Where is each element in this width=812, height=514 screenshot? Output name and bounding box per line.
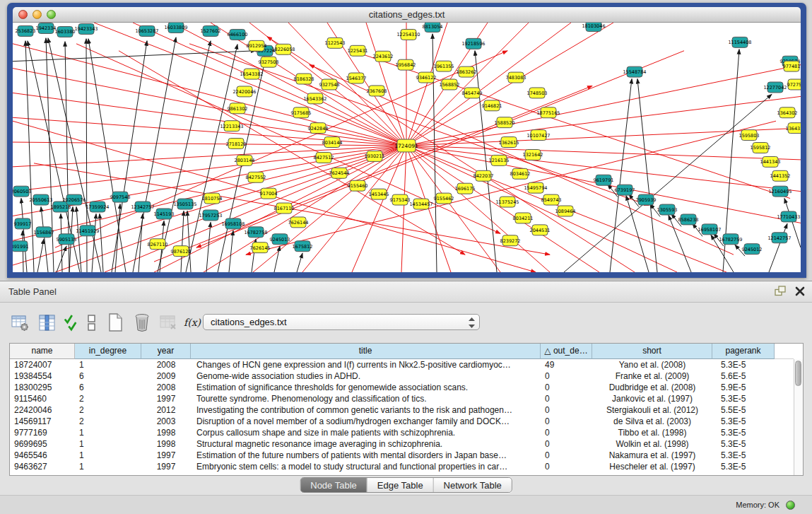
graph-node[interactable]: 1305593	[657, 204, 678, 215]
graph-node[interactable]: 1156867	[34, 227, 54, 238]
graph-node[interactable]: 8186328	[294, 74, 314, 84]
table-row[interactable]: 969969511998Structural magnetic resonanc…	[10, 438, 794, 450]
graph-node[interactable]: 1675812	[293, 241, 313, 252]
graph-node[interactable]: 2803144	[235, 155, 255, 165]
graph-node[interactable]: 9097548	[110, 192, 131, 202]
cell-pagerank[interactable]: 5.9E-5	[712, 382, 775, 393]
graph-node[interactable]: 2044531	[530, 225, 551, 235]
graph-node[interactable]: 1961355	[434, 61, 454, 71]
cell-out_de[interactable]: 0	[541, 450, 592, 461]
graph-node[interactable]: 12160495	[768, 186, 792, 197]
graph-node[interactable]: 2243612	[373, 51, 394, 62]
cell-title[interactable]: Investigating the contribution of common…	[191, 404, 541, 416]
graph-node[interactable]: 8267110	[148, 239, 168, 250]
graph-node[interactable]: 2536823	[16, 25, 36, 36]
cell-year[interactable]: 2003	[141, 416, 191, 427]
graph-node[interactable]: 972752	[787, 79, 801, 90]
graph-node[interactable]: 17710433	[777, 211, 800, 222]
graph-node[interactable]: 19423343	[74, 23, 98, 34]
graph-node[interactable]: 16958108	[221, 218, 245, 229]
column-header-in_degree[interactable]: in_degree	[75, 344, 141, 359]
network-window-titlebar[interactable]: citations_edges.txt	[13, 7, 801, 23]
table-header-row[interactable]: namein_degreeyeartitle△ out_de…shortpage…	[10, 344, 794, 359]
function-builder-button[interactable]: f(x)	[185, 313, 199, 333]
cell-in_degree[interactable]: 1	[75, 438, 141, 450]
graph-node[interactable]: 5905135	[57, 234, 77, 245]
deselect-all-button[interactable]	[84, 313, 98, 333]
graph-node[interactable]: 8549743	[541, 194, 562, 205]
cell-year[interactable]: 2012	[141, 404, 191, 416]
graph-node[interactable]: 9155460	[348, 180, 368, 191]
cell-year[interactable]: 2009	[141, 370, 191, 382]
graph-node[interactable]: 11375245	[495, 197, 519, 207]
graph-node[interactable]: 1588520	[495, 117, 515, 128]
cell-short[interactable]: Wolkin et al. (1998)	[592, 438, 712, 450]
graph-node[interactable]: 7483083	[506, 72, 526, 83]
cell-in_degree[interactable]: 6	[75, 370, 141, 382]
graph-node[interactable]: 939917	[14, 218, 32, 229]
network-canvas[interactable]: 2536823194233416033801942334310653287160…	[13, 23, 801, 272]
graph-node[interactable]: 2060503	[13, 186, 31, 197]
table-mode-button[interactable]	[10, 313, 30, 333]
cell-name[interactable]: 9777169	[10, 427, 75, 438]
graph-node[interactable]: 7624544	[329, 168, 350, 178]
table-row[interactable]: 911546021997Tourette syndrome. Phenomeno…	[10, 393, 794, 404]
cell-name[interactable]: 9465546	[10, 450, 75, 461]
graph-node[interactable]: 9175685	[291, 107, 312, 118]
graph-node[interactable]: 1568852	[440, 79, 460, 90]
cell-pagerank[interactable]: 5.3E-5	[712, 393, 775, 404]
graph-node[interactable]: 7905939	[636, 194, 657, 205]
cell-out_de[interactable]: 0	[541, 370, 592, 382]
graph-node[interactable]: 9619791	[594, 175, 614, 185]
cell-name[interactable]: 18300295	[10, 382, 75, 393]
graph-node[interactable]: 1863262	[457, 66, 477, 77]
table-row[interactable]: 1872400712008Changes of HCN gene express…	[10, 359, 794, 370]
graph-node[interactable]: 1810754	[202, 193, 223, 204]
graph-node[interactable]: 1956842	[396, 59, 416, 70]
zoom-traffic-light-icon[interactable]	[47, 10, 56, 19]
graph-node[interactable]: 7626144	[288, 217, 309, 228]
graph-node[interactable]: 20550613	[29, 194, 52, 205]
cell-name[interactable]: 19384554	[10, 370, 75, 382]
cell-pagerank[interactable]: 5.3E-5	[712, 450, 775, 461]
graph-node[interactable]: 9146821	[482, 100, 502, 111]
cell-short[interactable]: Dudbridge et al. (2008)	[592, 382, 712, 393]
cell-short[interactable]: Franke et al. (2009)	[592, 370, 712, 382]
cell-out_de[interactable]: 0	[541, 382, 592, 393]
cell-year[interactable]: 1997	[141, 461, 191, 472]
graph-node[interactable]: 10107427	[526, 130, 550, 141]
graph-node[interactable]: 8454749	[462, 88, 483, 98]
cell-pagerank[interactable]: 5.5E-5	[712, 404, 775, 416]
graph-node[interactable]: 391991	[13, 241, 28, 252]
tab-network-table[interactable]: Network Table	[434, 478, 512, 492]
select-all-button[interactable]	[64, 313, 78, 333]
graph-node[interactable]: 1089464	[555, 206, 576, 216]
graph-node[interactable]: 8427512	[314, 152, 334, 163]
graph-node[interactable]: 9876120	[171, 246, 192, 257]
graph-node[interactable]: 15548784	[623, 66, 646, 77]
graph-node[interactable]: 15495794	[524, 182, 547, 193]
graph-node[interactable]: 1942334	[36, 23, 57, 33]
cell-in_degree[interactable]: 6	[75, 382, 141, 393]
graph-node[interactable]: 9245012	[742, 244, 763, 255]
cell-title[interactable]: Disruption of a novel member of a sodium…	[191, 416, 541, 427]
float-window-icon[interactable]	[774, 285, 787, 300]
graph-node[interactable]: 12142757	[767, 233, 791, 243]
graph-node[interactable]: 1225431	[348, 45, 368, 56]
cell-name[interactable]: 14569117	[10, 416, 75, 427]
table-row[interactable]: 946362711997Embryonic stem cells: a mode…	[10, 461, 794, 472]
graph-node[interactable]: 18103046	[582, 23, 605, 31]
delete-table-button[interactable]	[158, 313, 179, 333]
cell-in_degree[interactable]: 1	[75, 461, 141, 472]
tab-edge-table[interactable]: Edge Table	[367, 478, 434, 492]
graph-node[interactable]: 1216135	[489, 155, 510, 165]
tab-node-table[interactable]: Node Table	[300, 478, 367, 492]
column-header-out_de[interactable]: △ out_de…	[541, 344, 592, 359]
close-traffic-light-icon[interactable]	[18, 10, 28, 19]
graph-node[interactable]: 17359924	[86, 201, 109, 212]
graph-node[interactable]: 1546377	[346, 73, 367, 83]
table-body[interactable]: 1872400712008Changes of HCN gene express…	[10, 359, 794, 475]
graph-node[interactable]: 8912954	[247, 40, 267, 51]
cell-out_de[interactable]: 0	[541, 427, 592, 438]
graph-node[interactable]: 9155462	[434, 193, 454, 204]
